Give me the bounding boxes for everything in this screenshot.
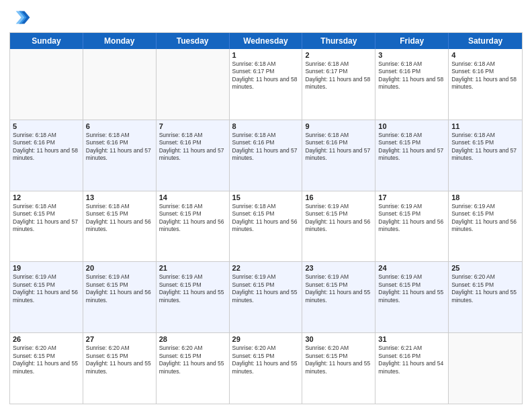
- day-number: 5: [13, 122, 80, 130]
- day-info: Sunrise: 6:18 AMSunset: 6:17 PMDaylight:…: [232, 60, 300, 91]
- calendar-cell: 1Sunrise: 6:18 AMSunset: 6:17 PMDaylight…: [230, 49, 303, 120]
- day-number: 14: [159, 193, 226, 201]
- day-info: Sunrise: 6:18 AMSunset: 6:16 PMDaylight:…: [378, 60, 445, 91]
- day-number: 7: [159, 122, 226, 130]
- header-day-thursday: Thursday: [302, 33, 375, 49]
- day-number: 24: [378, 264, 445, 272]
- calendar-cell: 3Sunrise: 6:18 AMSunset: 6:16 PMDaylight…: [375, 49, 449, 120]
- calendar-row-2: 5Sunrise: 6:18 AMSunset: 6:16 PMDaylight…: [10, 120, 522, 191]
- calendar-header: SundayMondayTuesdayWednesdayThursdayFrid…: [10, 33, 522, 49]
- day-info: Sunrise: 6:19 AMSunset: 6:15 PMDaylight:…: [451, 203, 519, 234]
- day-info: Sunrise: 6:19 AMSunset: 6:15 PMDaylight:…: [378, 203, 445, 234]
- day-info: Sunrise: 6:20 AMSunset: 6:15 PMDaylight:…: [13, 345, 80, 375]
- day-number: 29: [232, 335, 300, 343]
- day-number: 20: [86, 264, 153, 272]
- day-info: Sunrise: 6:20 AMSunset: 6:15 PMDaylight:…: [451, 273, 519, 304]
- day-info: Sunrise: 6:18 AMSunset: 6:15 PMDaylight:…: [232, 203, 300, 234]
- day-number: 16: [305, 193, 372, 201]
- calendar-cell: 25Sunrise: 6:20 AMSunset: 6:15 PMDayligh…: [449, 262, 522, 332]
- calendar-cell: 28Sunrise: 6:20 AMSunset: 6:15 PMDayligh…: [157, 333, 230, 404]
- calendar-cell: [157, 49, 230, 120]
- calendar-cell: 5Sunrise: 6:18 AMSunset: 6:16 PMDaylight…: [10, 120, 83, 191]
- header-day-sunday: Sunday: [10, 33, 83, 49]
- calendar-cell: [83, 49, 157, 120]
- calendar-cell: 18Sunrise: 6:19 AMSunset: 6:15 PMDayligh…: [449, 191, 522, 262]
- day-number: 4: [451, 51, 519, 59]
- day-info: Sunrise: 6:20 AMSunset: 6:15 PMDaylight:…: [305, 345, 372, 375]
- page-header: [9, 7, 523, 28]
- day-info: Sunrise: 6:18 AMSunset: 6:16 PMDaylight:…: [305, 132, 372, 163]
- day-info: Sunrise: 6:19 AMSunset: 6:15 PMDaylight:…: [305, 273, 372, 304]
- day-number: 1: [232, 51, 300, 59]
- calendar-body: 1Sunrise: 6:18 AMSunset: 6:17 PMDaylight…: [10, 49, 522, 404]
- calendar-cell: 24Sunrise: 6:19 AMSunset: 6:15 PMDayligh…: [375, 262, 449, 332]
- calendar-cell: 15Sunrise: 6:18 AMSunset: 6:15 PMDayligh…: [230, 191, 303, 262]
- day-number: 2: [305, 51, 372, 59]
- calendar-cell: 30Sunrise: 6:20 AMSunset: 6:15 PMDayligh…: [302, 333, 375, 404]
- day-number: 6: [86, 122, 153, 130]
- header-day-tuesday: Tuesday: [157, 33, 230, 49]
- day-number: 11: [451, 122, 519, 130]
- day-number: 12: [13, 193, 80, 201]
- day-info: Sunrise: 6:18 AMSunset: 6:15 PMDaylight:…: [451, 132, 519, 163]
- calendar-cell: 9Sunrise: 6:18 AMSunset: 6:16 PMDaylight…: [302, 120, 375, 191]
- calendar-cell: [449, 333, 522, 404]
- calendar-cell: 19Sunrise: 6:19 AMSunset: 6:15 PMDayligh…: [10, 262, 83, 332]
- calendar-row-3: 12Sunrise: 6:18 AMSunset: 6:15 PMDayligh…: [10, 191, 522, 263]
- day-info: Sunrise: 6:18 AMSunset: 6:15 PMDaylight:…: [13, 203, 80, 234]
- header-day-saturday: Saturday: [449, 33, 522, 49]
- calendar: SundayMondayTuesdayWednesdayThursdayFrid…: [9, 32, 523, 404]
- day-number: 26: [13, 335, 80, 343]
- day-number: 31: [378, 335, 445, 343]
- header-day-friday: Friday: [375, 33, 449, 49]
- day-number: 28: [159, 335, 226, 343]
- day-info: Sunrise: 6:18 AMSunset: 6:15 PMDaylight:…: [159, 203, 226, 234]
- day-number: 8: [232, 122, 300, 130]
- logo: [9, 7, 34, 28]
- calendar-cell: 21Sunrise: 6:19 AMSunset: 6:15 PMDayligh…: [157, 262, 230, 332]
- calendar-cell: 12Sunrise: 6:18 AMSunset: 6:15 PMDayligh…: [10, 191, 83, 262]
- day-info: Sunrise: 6:20 AMSunset: 6:15 PMDaylight:…: [86, 345, 153, 375]
- day-info: Sunrise: 6:20 AMSunset: 6:15 PMDaylight:…: [159, 345, 226, 375]
- calendar-cell: [10, 49, 83, 120]
- day-number: 10: [378, 122, 445, 130]
- day-info: Sunrise: 6:18 AMSunset: 6:16 PMDaylight:…: [451, 60, 519, 91]
- day-number: 18: [451, 193, 519, 201]
- calendar-row-4: 19Sunrise: 6:19 AMSunset: 6:15 PMDayligh…: [10, 262, 522, 333]
- day-info: Sunrise: 6:18 AMSunset: 6:16 PMDaylight:…: [86, 132, 153, 163]
- calendar-cell: 17Sunrise: 6:19 AMSunset: 6:15 PMDayligh…: [375, 191, 449, 262]
- day-number: 13: [86, 193, 153, 201]
- day-number: 15: [232, 193, 300, 201]
- header-day-monday: Monday: [83, 33, 157, 49]
- calendar-cell: 29Sunrise: 6:20 AMSunset: 6:15 PMDayligh…: [230, 333, 303, 404]
- day-info: Sunrise: 6:19 AMSunset: 6:15 PMDaylight:…: [86, 273, 153, 304]
- calendar-row-5: 26Sunrise: 6:20 AMSunset: 6:15 PMDayligh…: [10, 333, 522, 404]
- calendar-cell: 20Sunrise: 6:19 AMSunset: 6:15 PMDayligh…: [83, 262, 157, 332]
- day-info: Sunrise: 6:18 AMSunset: 6:16 PMDaylight:…: [232, 132, 300, 163]
- calendar-cell: 10Sunrise: 6:18 AMSunset: 6:15 PMDayligh…: [375, 120, 449, 191]
- day-number: 3: [378, 51, 445, 59]
- calendar-cell: 6Sunrise: 6:18 AMSunset: 6:16 PMDaylight…: [83, 120, 157, 191]
- day-number: 27: [86, 335, 153, 343]
- calendar-cell: 11Sunrise: 6:18 AMSunset: 6:15 PMDayligh…: [449, 120, 522, 191]
- day-info: Sunrise: 6:20 AMSunset: 6:15 PMDaylight:…: [232, 345, 300, 375]
- day-number: 25: [451, 264, 519, 272]
- day-info: Sunrise: 6:19 AMSunset: 6:15 PMDaylight:…: [305, 203, 372, 234]
- logo-icon: [9, 7, 31, 28]
- day-number: 21: [159, 264, 226, 272]
- day-info: Sunrise: 6:19 AMSunset: 6:15 PMDaylight:…: [378, 273, 445, 304]
- day-info: Sunrise: 6:19 AMSunset: 6:15 PMDaylight:…: [159, 273, 226, 304]
- calendar-cell: 8Sunrise: 6:18 AMSunset: 6:16 PMDaylight…: [230, 120, 303, 191]
- calendar-cell: 26Sunrise: 6:20 AMSunset: 6:15 PMDayligh…: [10, 333, 83, 404]
- calendar-cell: 7Sunrise: 6:18 AMSunset: 6:16 PMDaylight…: [157, 120, 230, 191]
- calendar-cell: 23Sunrise: 6:19 AMSunset: 6:15 PMDayligh…: [302, 262, 375, 332]
- day-info: Sunrise: 6:18 AMSunset: 6:16 PMDaylight:…: [13, 132, 80, 163]
- day-number: 30: [305, 335, 372, 343]
- day-info: Sunrise: 6:18 AMSunset: 6:17 PMDaylight:…: [305, 60, 372, 91]
- calendar-cell: 31Sunrise: 6:21 AMSunset: 6:16 PMDayligh…: [375, 333, 449, 404]
- day-info: Sunrise: 6:18 AMSunset: 6:15 PMDaylight:…: [86, 203, 153, 234]
- day-number: 19: [13, 264, 80, 272]
- day-info: Sunrise: 6:18 AMSunset: 6:15 PMDaylight:…: [378, 132, 445, 163]
- day-info: Sunrise: 6:18 AMSunset: 6:16 PMDaylight:…: [159, 132, 226, 163]
- calendar-row-1: 1Sunrise: 6:18 AMSunset: 6:17 PMDaylight…: [10, 49, 522, 120]
